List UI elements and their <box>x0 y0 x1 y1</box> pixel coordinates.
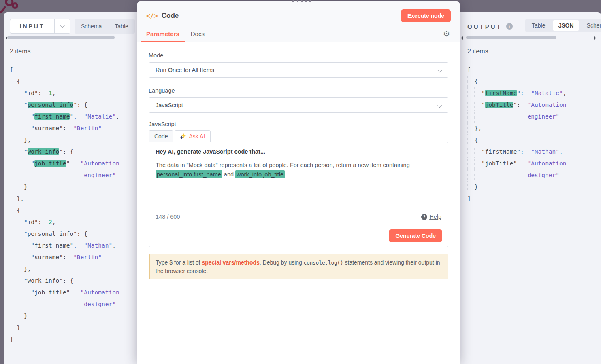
input-source-select[interactable]: INPUT <box>10 19 70 34</box>
tab-docs[interactable]: Docs <box>185 26 210 42</box>
json-line: engineer" <box>10 169 119 181</box>
input-view-tabs: Schema Table <box>75 19 135 34</box>
gear-icon[interactable]: ⚙ <box>443 30 450 38</box>
json-line: }, <box>10 193 119 205</box>
mode-select[interactable]: Run Once for All Items <box>149 62 448 78</box>
json-line: { <box>467 76 566 87</box>
json-line: "surname": "Berlin" <box>10 123 119 134</box>
input-items-count: 2 items <box>10 48 31 55</box>
json-line: "personal_info": { <box>10 228 119 240</box>
prompt-text: The data in "Mock data" represents a lis… <box>156 161 441 179</box>
generate-row: Generate Code <box>149 225 448 247</box>
tab-ask-ai[interactable]: Ask AI <box>175 130 211 142</box>
json-line: { <box>467 134 566 146</box>
execute-node-button[interactable]: Execute node <box>401 9 451 22</box>
tab-schema[interactable]: Schema <box>580 19 601 32</box>
tab-json[interactable]: JSON <box>553 20 579 31</box>
special-vars-callout: Type $ for a list of special vars/method… <box>149 254 448 279</box>
json-key-highlight[interactable]: jobTitle <box>485 102 514 108</box>
json-line: "surname": "Berlin" <box>10 252 119 263</box>
input-json-view: [{"id": 1,"personal_info": {"first_name"… <box>10 64 119 345</box>
json-key-highlight[interactable]: job_title <box>34 160 66 167</box>
json-line: "firstName": "Nathan", <box>467 146 566 158</box>
json-line: "job_title": "Automation <box>10 158 119 169</box>
code-node-icon: </> <box>146 12 158 20</box>
chevron-down-icon <box>437 103 442 108</box>
scrollbar-thumb[interactable] <box>466 36 556 39</box>
prompt-field-token[interactable]: personal_info.first_name <box>156 170 222 178</box>
output-panel-title: OUTPUT <box>467 23 502 30</box>
scroll-left-icon[interactable] <box>461 36 463 40</box>
json-line: } <box>10 181 119 193</box>
json-line: "work_info": { <box>10 275 119 287</box>
prompt-editor[interactable]: Hey AI, generate JavaScript code that...… <box>149 142 448 212</box>
json-line: engineer" <box>467 111 566 123</box>
ask-ai-label: Ask AI <box>189 133 205 140</box>
modal-body: Mode Run Once for All Items Language Jav… <box>137 42 460 279</box>
json-line: "first_name": "Natalie", <box>10 111 119 123</box>
output-json-view: [{"firstName": "Natalie","jobTitle": "Au… <box>467 64 566 205</box>
json-line: "firstName": "Natalie", <box>467 87 566 99</box>
output-panel: OUTPUT i Table JSON Schema 2 items [{"fi… <box>460 12 601 364</box>
ask-ai-prompt-box: Hey AI, generate JavaScript code that...… <box>149 142 448 247</box>
language-value: JavaScript <box>156 102 183 108</box>
mode-value: Run Once for All Items <box>156 67 214 73</box>
json-line: } <box>10 322 119 334</box>
tab-code[interactable]: Code <box>149 130 173 142</box>
special-vars-link[interactable]: special vars/methods <box>202 259 259 266</box>
json-line: } <box>10 310 119 322</box>
json-key-highlight[interactable]: firstName <box>485 90 517 96</box>
char-counter: 148 / 600 <box>156 214 180 220</box>
language-select[interactable]: JavaScript <box>149 97 448 113</box>
output-items-count: 2 items <box>467 48 488 55</box>
input-panel-title: INPUT <box>10 19 54 33</box>
json-key-highlight[interactable]: work_info <box>28 148 60 155</box>
prompt-footer: 148 / 600 ? Help <box>149 212 448 225</box>
json-line: { <box>10 205 119 216</box>
code-node-modal: </> Code Execute node Parameters Docs ⚙ … <box>137 1 460 364</box>
input-panel-header: INPUT Schema Table <box>10 19 138 34</box>
json-line: [ <box>10 64 119 76</box>
tab-parameters[interactable]: Parameters <box>141 26 185 42</box>
prompt-heading: Hey AI, generate JavaScript code that... <box>156 148 441 155</box>
json-line: designer" <box>467 169 566 181</box>
json-line: }, <box>10 263 119 275</box>
json-key-highlight[interactable]: personal_info <box>28 102 74 108</box>
n8n-node-detail-view: { "colors": { "accent": "#ff6d5a", "high… <box>0 0 601 364</box>
javascript-section-label: JavaScript <box>149 121 448 127</box>
scrollbar-thumb[interactable] <box>7 36 115 39</box>
input-horizontal-scrollbar[interactable] <box>4 36 138 40</box>
json-line: "first_name": "Nathan", <box>10 240 119 252</box>
json-line: "id": 1, <box>10 87 119 99</box>
tab-schema[interactable]: Schema <box>75 20 108 33</box>
output-horizontal-scrollbar[interactable] <box>460 36 601 40</box>
generate-code-button[interactable]: Generate Code <box>389 229 442 242</box>
prompt-field-token[interactable]: work_info.job_title <box>235 170 285 178</box>
tab-table[interactable]: Table <box>108 20 134 33</box>
json-line: "jobTitle": "Automation <box>467 158 566 169</box>
json-line: ] <box>467 193 566 205</box>
input-panel: INPUT Schema Table 2 items [{"id": 1,"pe… <box>4 12 138 364</box>
help-link[interactable]: ? Help <box>421 214 441 220</box>
sparkle-icon <box>180 133 186 139</box>
json-line: }, <box>10 134 119 146</box>
json-line: designer" <box>10 298 119 310</box>
editor-tabs: Code Ask AI <box>149 130 448 142</box>
help-icon: ? <box>421 214 427 220</box>
mode-label: Mode <box>149 52 448 59</box>
json-line: [ <box>467 64 566 76</box>
output-view-tabs: Table JSON Schema <box>525 19 601 32</box>
drag-handle[interactable] <box>292 0 311 2</box>
json-line: ] <box>10 334 119 345</box>
json-line: "job_title": "Automation <box>10 287 119 298</box>
tab-table[interactable]: Table <box>525 19 552 32</box>
node-title: Code <box>162 12 179 20</box>
chevron-down-icon <box>60 23 64 28</box>
input-source-dropdown-toggle[interactable] <box>55 19 70 33</box>
info-icon[interactable]: i <box>506 23 513 30</box>
json-key-highlight[interactable]: first_name <box>34 113 70 120</box>
json-line: "jobTitle": "Automation <box>467 99 566 111</box>
json-line: "personal_info": { <box>10 99 119 111</box>
json-line: } <box>467 181 566 193</box>
scroll-right-icon[interactable] <box>594 36 596 40</box>
